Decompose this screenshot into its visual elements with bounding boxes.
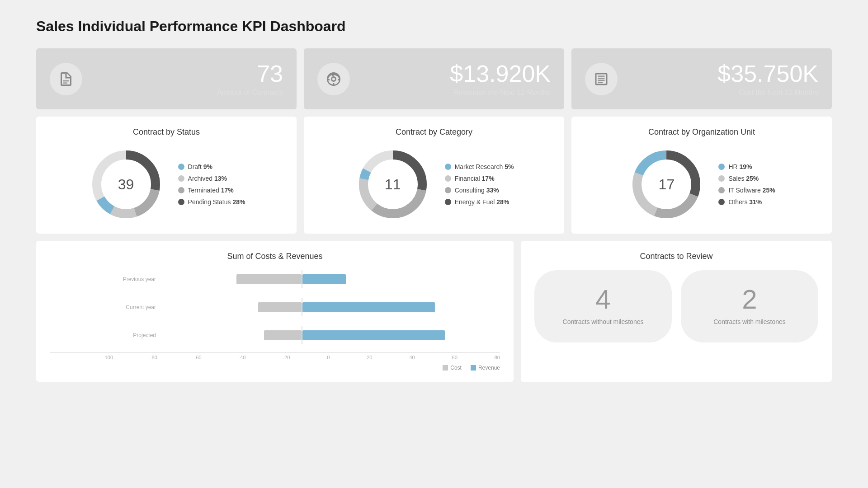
donut-charts-row: Contract by Status 39	[36, 117, 832, 234]
legend-label-energy: Energy & Fuel 28%	[455, 198, 509, 206]
bar-row-current: Current year	[104, 298, 500, 316]
legend-item-hr: HR 19%	[718, 163, 775, 170]
bar-cost-current	[258, 302, 302, 312]
bar-cost-projected	[264, 330, 302, 340]
donut-container-status: 39 Draft 9% Archived 13% Terminated 17%	[45, 146, 288, 223]
donut-category-center: 11	[385, 176, 401, 193]
legend-category: Market Research 5% Financial 17% Consult…	[445, 163, 514, 206]
legend-label-terminated: Terminated 17%	[188, 187, 234, 194]
bar-row-projected: Projected	[104, 326, 500, 344]
axis-line	[50, 352, 500, 353]
kpi-revenue-label: Revenues the Next 12 Months	[359, 89, 551, 97]
axis-label: -60	[194, 355, 202, 360]
legend-box-revenue	[471, 365, 476, 371]
axis-label: -80	[150, 355, 157, 360]
legend-dot-terminated	[178, 187, 184, 193]
legend-dot-draft	[178, 164, 184, 170]
review-label-with: Contracts with milestones	[713, 318, 786, 327]
legend-dot-market	[445, 164, 451, 170]
legend-item-energy: Energy & Fuel 28%	[445, 198, 514, 206]
legend-item-market: Market Research 5%	[445, 163, 514, 170]
legend-item-consulting: Consulting 33%	[445, 187, 514, 194]
bar-chart-area: Previous year Curren	[50, 270, 500, 371]
cost-icon	[593, 71, 609, 87]
bar-label-projected: Projected	[104, 332, 156, 338]
donut-org-center: 17	[659, 176, 675, 193]
legend-dot-archived	[178, 175, 184, 182]
legend-dot-others	[718, 199, 725, 205]
legend-org: HR 19% Sales 25% IT Software 25% Others …	[718, 163, 775, 206]
bar-revenue-current	[302, 302, 435, 312]
axis-label: 0	[327, 355, 330, 360]
legend-item-sales: Sales 25%	[718, 175, 775, 182]
donut-category: 11	[354, 146, 431, 223]
axis-label: 40	[409, 355, 415, 360]
legend-label-others: Others 31%	[728, 198, 762, 206]
contracts-icon-circle	[50, 63, 82, 95]
axis-label: 80	[495, 355, 500, 360]
donut-container-category: 11 Market Research 5% Financial 17% Cons…	[313, 146, 555, 223]
kpi-cost-value: $35.750K	[627, 61, 818, 87]
chart-panel-org: Contract by Organization Unit 17	[571, 117, 832, 234]
revenue-icon-circle	[317, 63, 350, 95]
donut-container-org: 17 HR 19% Sales 25% IT Software 25% Oth	[580, 146, 823, 223]
review-number-with: 2	[742, 286, 757, 313]
axis-label: -40	[239, 355, 246, 360]
kpi-cost-text: $35.750K Cost the Next 12 Months	[627, 61, 818, 97]
legend-status: Draft 9% Archived 13% Terminated 17% Pen…	[178, 163, 245, 206]
axis-label: 20	[367, 355, 372, 360]
legend-item-archived: Archived 13%	[178, 175, 245, 182]
legend-dot-it	[718, 187, 725, 193]
donut-org: 17	[628, 146, 705, 223]
page-title: Sales Individual Performance KPI Dashboa…	[36, 18, 832, 35]
legend-label-hr: HR 19%	[728, 163, 752, 170]
legend-label-sales: Sales 25%	[728, 175, 759, 182]
legend-label-market: Market Research 5%	[455, 163, 514, 170]
kpi-revenue-text: $13.920K Revenues the Next 12 Months	[359, 61, 551, 97]
bar-row-previous: Previous year	[104, 270, 500, 288]
bar-chart-legend: Cost Revenue	[50, 365, 500, 371]
legend-dot-energy	[445, 199, 451, 205]
review-label-without: Contracts without milestones	[563, 318, 644, 327]
bottom-row: Sum of Costs & Revenues Previous year	[36, 241, 832, 382]
cost-icon-circle	[585, 63, 618, 95]
legend-dot-financial	[445, 175, 451, 182]
chart-title-org: Contract by Organization Unit	[580, 127, 823, 137]
legend-box-cost	[443, 365, 448, 371]
legend-item-terminated: Terminated 17%	[178, 187, 245, 194]
chart-title-status: Contract by Status	[45, 127, 288, 137]
axis-label: -20	[283, 355, 290, 360]
kpi-card-contracts: 73 Amount of Contracts	[36, 48, 297, 109]
kpi-contracts-label: Amount of Contracts	[91, 89, 283, 97]
bar-revenue-projected	[302, 330, 445, 340]
donut-status: 39	[88, 146, 165, 223]
legend-dot-sales	[718, 175, 725, 182]
chart-panel-status: Contract by Status 39	[36, 117, 297, 234]
chart-panel-category: Contract by Category 11	[304, 117, 564, 234]
legend-item-financial: Financial 17%	[445, 175, 514, 182]
legend-dot-pending	[178, 199, 184, 205]
kpi-contracts-text: 73 Amount of Contracts	[91, 61, 283, 97]
kpi-row: 73 Amount of Contracts $13.920K Revenues…	[36, 48, 832, 109]
review-cards: 4 Contracts without milestones 2 Contrac…	[534, 270, 818, 343]
legend-dot-hr	[718, 164, 725, 170]
legend-label-pending: Pending Status 28%	[188, 198, 245, 206]
bar-chart-title: Sum of Costs & Revenues	[50, 252, 500, 261]
legend-label-consulting: Consulting 33%	[455, 187, 499, 194]
legend-bar-revenue: Revenue	[471, 365, 500, 371]
bar-label-current: Current year	[104, 304, 156, 310]
legend-label-financial: Financial 17%	[455, 175, 495, 182]
review-title: Contracts to Review	[534, 252, 818, 261]
legend-label-archived: Archived 13%	[188, 175, 227, 182]
kpi-cost-label: Cost the Next 12 Months	[627, 89, 818, 97]
review-card-without: 4 Contracts without milestones	[534, 270, 672, 343]
axis-labels: -100 -80 -60 -40 -20 0 20 40 60 80	[50, 355, 500, 360]
bar-label-previous: Previous year	[104, 276, 156, 282]
kpi-contracts-value: 73	[91, 61, 283, 87]
legend-label-draft: Draft 9%	[188, 163, 212, 170]
contracts-icon	[58, 71, 74, 87]
legend-cost-label: Cost	[450, 365, 462, 371]
revenue-icon	[326, 71, 342, 87]
kpi-revenue-value: $13.920K	[359, 61, 551, 87]
axis-label: 60	[452, 355, 458, 360]
